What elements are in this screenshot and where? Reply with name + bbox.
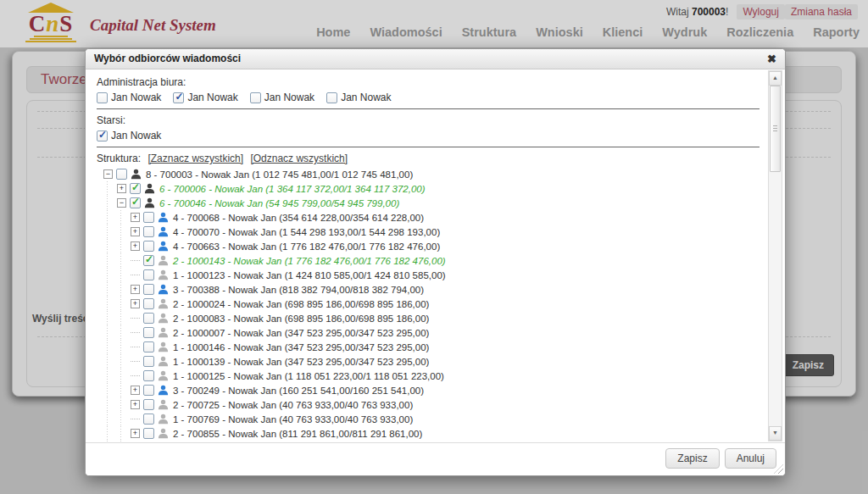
- tree-checkbox[interactable]: [143, 284, 154, 295]
- tree-indent-line: [117, 369, 131, 383]
- tree-checkbox[interactable]: [143, 356, 154, 367]
- tree-row: +2 - 1000024 - Nowak Jan (698 895 186,00…: [103, 297, 760, 311]
- tree-checkbox[interactable]: [143, 399, 154, 410]
- tree-row-label: 4 - 700068 - Nowak Jan (354 614 228,00/3…: [173, 213, 424, 223]
- person-icon: [144, 183, 155, 194]
- modal-titlebar: Wybór odbiorców wiadomości ✖: [86, 49, 785, 69]
- admin-checkbox[interactable]: [326, 92, 337, 103]
- person-icon: [158, 313, 169, 324]
- person-icon: [158, 327, 169, 338]
- tree-checkbox[interactable]: [143, 212, 154, 223]
- admin-checkbox[interactable]: [97, 92, 108, 103]
- tree-row-label: 2 - 1000143 - Nowak Jan (1 776 182 476,0…: [173, 256, 446, 266]
- struktura-header: Struktura: [Zaznacz wszystkich] [Odznacz…: [97, 153, 760, 164]
- admin-checkbox[interactable]: [250, 92, 261, 103]
- struktura-label: Struktura:: [97, 153, 141, 164]
- deselect-all-link[interactable]: [Odznacz wszystkich]: [250, 153, 348, 164]
- tree-row: +6 - 700006 - Nowak Jan (1 364 117 372,0…: [103, 181, 760, 196]
- tree-indent-line: [117, 426, 131, 441]
- tree-checkbox[interactable]: [143, 269, 154, 280]
- tree-indent-line: [103, 354, 117, 369]
- tree-row: 2 - 1000083 - Nowak Jan (698 895 186,00/…: [103, 311, 760, 325]
- tree-checkbox[interactable]: [143, 428, 154, 439]
- expand-icon[interactable]: +: [131, 299, 140, 308]
- expand-icon[interactable]: +: [131, 227, 140, 236]
- starsi-section-label: Starsi:: [97, 114, 760, 126]
- tree-row: 1 - 1000125 - Nowak Jan (1 118 051 223,0…: [103, 369, 760, 383]
- tree-row: +2 - 700855 - Nowak Jan (811 291 861,00/…: [103, 426, 760, 441]
- tree-indent-line: [117, 383, 131, 397]
- tree-indent-line: [103, 297, 117, 311]
- tree-indent-line: [103, 426, 117, 441]
- tree-checkbox[interactable]: [143, 370, 154, 381]
- tree-checkbox[interactable]: [143, 313, 154, 324]
- tree-checkbox[interactable]: [143, 341, 154, 352]
- tree-indent-line: [103, 412, 117, 426]
- scroll-down-icon[interactable]: ▼: [769, 426, 782, 441]
- tree-row-label: 2 - 700855 - Nowak Jan (811 291 861,00/8…: [173, 429, 422, 439]
- tree-indent-line: [103, 253, 117, 268]
- expand-icon[interactable]: +: [131, 429, 140, 438]
- modal-cancel-button[interactable]: Anuluj: [725, 448, 776, 469]
- expand-icon[interactable]: +: [131, 400, 140, 409]
- tree-indent-line: [103, 181, 117, 196]
- tree-row-label: 4 - 700663 - Nowak Jan (1 776 182 476,00…: [173, 241, 440, 252]
- tree-indent-line: [103, 369, 117, 383]
- scrollbar-thumb[interactable]: [770, 86, 781, 172]
- tree-row-label: 3 - 700249 - Nowak Jan (160 251 541,00/1…: [173, 386, 424, 396]
- expand-icon[interactable]: +: [117, 184, 126, 193]
- expand-icon[interactable]: +: [131, 241, 140, 251]
- tree-indent-line: [117, 340, 131, 354]
- tree-row-label: 6 - 700046 - Nowak Jan (54 945 799,00/54…: [159, 198, 399, 208]
- expand-icon[interactable]: +: [131, 285, 140, 294]
- person-icon: [158, 255, 169, 266]
- tree-checkbox[interactable]: [143, 414, 154, 425]
- person-icon: [158, 226, 169, 237]
- person-icon: [158, 428, 169, 439]
- tree-checkbox[interactable]: [143, 298, 154, 309]
- modal-scrollbar[interactable]: ▲ ▼: [768, 70, 782, 441]
- tree-indent-line: [117, 397, 131, 412]
- tree-connector: [131, 419, 140, 419]
- tree-row: +3 - 700388 - Nowak Jan (818 382 794,00/…: [103, 282, 760, 297]
- separator: [97, 108, 760, 109]
- tree-indent-line: [117, 225, 131, 239]
- expand-icon[interactable]: +: [131, 213, 140, 222]
- tree-checkbox[interactable]: [143, 385, 154, 396]
- close-icon[interactable]: ✖: [767, 49, 776, 69]
- tree-row: +3 - 700249 - Nowak Jan (160 251 541,00/…: [103, 383, 760, 397]
- admin-item: Jan Nowak: [173, 92, 237, 103]
- starsi-checkbox[interactable]: [97, 130, 108, 142]
- tree-connector: [131, 361, 140, 362]
- tree-checkbox[interactable]: [130, 197, 141, 208]
- tree-row-label: 2 - 1000024 - Nowak Jan (698 895 186,00/…: [173, 299, 429, 309]
- tree-checkbox[interactable]: [116, 169, 127, 180]
- separator: [97, 147, 760, 147]
- admin-item: Jan Nowak: [326, 92, 391, 103]
- tree-checkbox[interactable]: [143, 241, 154, 252]
- starsi-label: Jan Nowak: [111, 130, 161, 142]
- scroll-up-icon[interactable]: ▲: [769, 71, 782, 86]
- person-icon: [158, 241, 169, 252]
- person-icon: [158, 414, 169, 425]
- tree-row-label: 1 - 1000146 - Nowak Jan (347 523 295,00/…: [173, 342, 429, 352]
- tree-checkbox[interactable]: [143, 255, 154, 266]
- tree-connector: [131, 332, 140, 333]
- collapse-icon[interactable]: −: [103, 169, 113, 179]
- tree-row: −8 - 700003 - Nowak Jan (1 012 745 481,0…: [103, 167, 760, 181]
- select-all-link[interactable]: [Zaznacz wszystkich]: [147, 153, 243, 164]
- tree-checkbox[interactable]: [143, 327, 154, 338]
- tree-row: +4 - 700663 - Nowak Jan (1 776 182 476,0…: [103, 239, 760, 253]
- modal-footer: Zapisz Anuluj: [86, 442, 785, 475]
- collapse-icon[interactable]: −: [117, 198, 126, 208]
- tree-indent-line: [117, 311, 131, 325]
- modal-save-button[interactable]: Zapisz: [665, 448, 719, 469]
- tree-indent-line: [103, 325, 117, 340]
- tree-indent-line: [103, 311, 117, 325]
- tree-indent-line: [117, 354, 131, 369]
- tree-checkbox[interactable]: [130, 183, 141, 194]
- expand-icon[interactable]: +: [131, 386, 140, 395]
- tree-checkbox[interactable]: [143, 226, 154, 237]
- admin-checkbox[interactable]: [173, 92, 184, 103]
- tree-indent-line: [103, 282, 117, 297]
